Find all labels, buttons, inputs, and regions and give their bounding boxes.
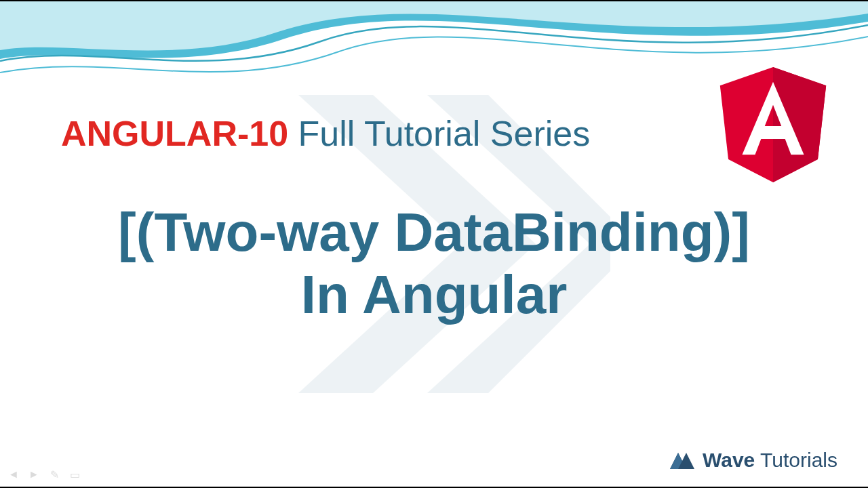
series-brand: ANGULAR-10 [61,114,288,153]
series-tagline: Full Tutorial Series [298,114,591,153]
next-slide-icon[interactable]: ► [28,468,39,481]
series-line: ANGULAR-10 Full Tutorial Series [61,113,590,154]
brand-footer: Wave Tutorials [669,449,837,472]
main-title: [(Two-way DataBinding)] In Angular [0,201,868,326]
slide: ANGULAR-10 Full Tutorial Series [(Two-wa… [0,0,868,488]
pen-tool-icon[interactable]: ✎ [49,468,60,481]
angular-shield-icon [715,62,831,184]
prev-slide-icon[interactable]: ◄ [8,468,19,481]
slide-menu-icon[interactable]: ▭ [69,468,80,481]
brand-name-light: Tutorials [755,449,837,471]
brand-name-bold: Wave [703,449,755,471]
brand-text: Wave Tutorials [703,449,837,472]
wave-tutorials-mark-icon [669,449,696,472]
slide-nav-controls[interactable]: ◄ ► ✎ ▭ [8,468,80,481]
